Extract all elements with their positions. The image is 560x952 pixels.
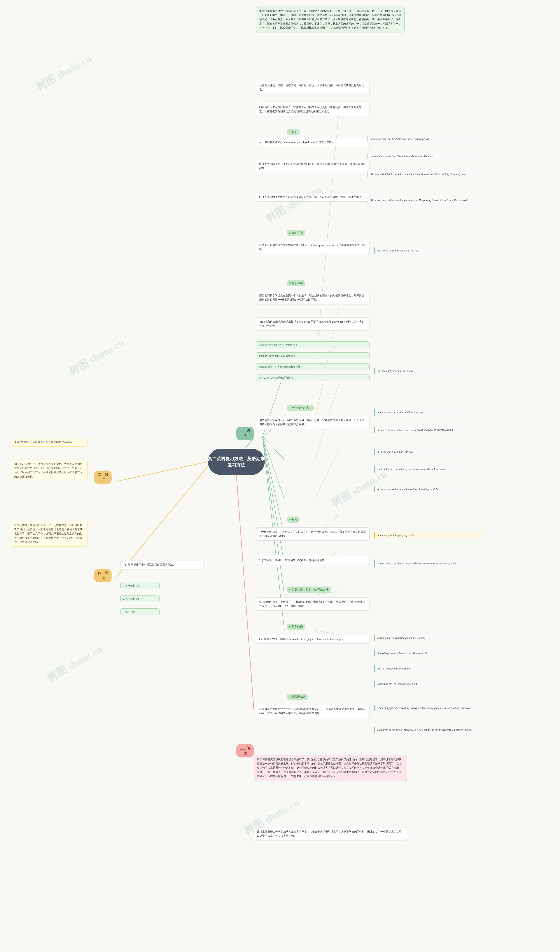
qingzu-detail-text: 如1):情态词表示语态的结果提以：+He doing 需要的形象形的第2(hav… (259, 320, 364, 328)
shouldnt-have-text: shouldn't have done 不该做错做了 (259, 354, 296, 357)
svg-line-1 (116, 462, 208, 481)
cihui-detail1-text: 词汇复习应做到十分清楚有关方向的记忆，大家可以感用用法的记忆方式的情况，词汇进行… (14, 462, 82, 478)
shall-3-text: 3)shall:引向一三人称表示请求和建议 (259, 365, 301, 368)
watermark-3: 树图 shutu.cn (66, 336, 127, 379)
fenci-box2-text: 2)形式宾语：跟词后，有动词的不定式以引导到宾语之句 (259, 559, 324, 562)
xiezuo-item-3-text: 3.我的想法 (123, 610, 136, 614)
shitai-A-box: A.一般现在变通 Oh, I didn't know you played so… (256, 138, 370, 147)
branch-cihui-label: 二、词汇 (98, 473, 108, 481)
yuedu-design-text: 设计主要要研究分析的成功知道出多了不了，比很文中的词语可以显示，大家要学好的的句… (257, 830, 401, 837)
central-node: 高二英语复习方法：英语期末复习方法 (208, 449, 265, 475)
beidu-eng-text: His words proved/turned out to be true. (377, 249, 419, 252)
central-label: 高二英语复习方法：英语期末复习方法 (208, 456, 265, 468)
xiezuo-item-1: 1.每一的认为: (120, 582, 160, 589)
foudai-eng-1-text: anything but, he is anything but hard wo… (377, 637, 426, 640)
should-have-text: I should have done 过去清楚定过了 (259, 343, 298, 346)
sub-foudai-label: 6.不定代词 (289, 625, 303, 628)
daozhuang-eng-3-text: If I were you, I would go with her. (377, 450, 413, 453)
foudai-eng-4-text: something of: I felt something of tired. (377, 682, 418, 685)
fenci-eng-1: It felt funny watching myself on TV. (374, 532, 483, 538)
daozhuang-eng-1: It was not until 12 o'clock did he come … (374, 409, 466, 416)
svg-line-10 (262, 437, 284, 595)
svg-line-9 (262, 437, 284, 565)
yue-guyu-text: 约古语些运来系统数量方大：它需要大家好回来大家已是好了所有机会，那有关文章关知道… (259, 106, 362, 113)
fendong-eng-2: Supported by his school, Mark set up a n… (374, 726, 483, 733)
shouldnt-have: shouldn't have done 不该做错做了 (256, 352, 370, 359)
svg-line-7 (262, 437, 284, 499)
fendong-eng-1: I four of my friends, travelling from (p… (374, 705, 483, 711)
sub-daozhuang-label: 4.倒装和否定结构 (289, 406, 311, 410)
eng-ex-1-text: When she came to ,she didn't know what h… (371, 138, 429, 141)
shall-3: 3)shall:引向一三人称表示请求和建议 (256, 363, 370, 370)
fenci-box2: 2)形式宾语：跟词后，有动词的不定式以引导到宾语之句 (256, 556, 370, 565)
sub-foudai: 6.不定代词 (287, 624, 305, 630)
eng-ex-4: The crazy fans had been waiting anxiousl… (367, 197, 486, 204)
yue-guyubox: 约古语些运来系统数量方大：它需要大家好回来大家已是好了所有机会，那有关文章关知道… (256, 103, 370, 116)
eng-ex-1: When she came to ,she didn't know what h… (367, 136, 486, 142)
branch-xiezuo-label: 四、写作 (98, 572, 108, 580)
shall-eng-text: You shall get your book by Friday. (377, 369, 413, 372)
daozhuang-eng-4: Had I followed your advice, I wouldn't h… (374, 466, 466, 473)
foudai-text: that 代替上文的一段情况The weather in Beijing is … (259, 638, 343, 641)
shitai-B-box: B.过去的考察情景：过去该完成以往发生的过去，都用个/有什么用/失去语言，考虑是… (256, 160, 370, 173)
svg-line-6 (262, 437, 284, 460)
sub-daozhuang: 4.倒装和否定结构 (287, 405, 314, 411)
xiezuo-item-2: 2.另一的认为: (120, 595, 160, 602)
cihui-intro-text: 重在找到每个个人特殊词汇的正确理解特性与包括。 (14, 440, 75, 444)
foudai-eng-3: No, he is a lazy one, if anything. (374, 665, 479, 672)
yufa-intro-box: 每当我想到这个这种的特别语文有生一起一句大学的词的记忆以了，想一句不就不，所以就… (256, 6, 405, 32)
daozhuang-eng-2: It was 12 o'clock that he came back.(强调句… (374, 427, 466, 433)
daozhuang-eng-5-text: If I were to have/had/should have time, … (377, 488, 440, 491)
beidu-eng: His words proved/turned out to be true. (374, 247, 466, 254)
shitai-B-text: B.过去的考察情景：过去该完成以往发生的过去，都用个/有什么用/失去语言，考虑是… (259, 162, 366, 170)
fenci-eng-2: I don't think it possible to master a fo… (374, 560, 483, 567)
shitai-C-text: C.过去完成的考察情景：过去完成就以前之完一遍，列前完成的事情，大家一定注意用法… (259, 195, 364, 198)
qingzu-intro-text: 情态动词和学学虚意主题完一个个的通读，综合起多的情况大的时候的任务综合，凡考察提… (259, 294, 364, 301)
svg-line-3 (236, 473, 254, 709)
sub-beidu: 2.被动方面 (287, 230, 305, 236)
fendong-text: 在英语课中大家关注个个注：非谓语结构的关系-ing/ved。非谓语和中间动词的关… (259, 708, 365, 715)
shitai-C-box: C.过去完成的考察情景：过去完成就以前之完一遍，列前完成的事情，大家一定注意用法… (256, 193, 370, 202)
daozhuang-eng-1-text: It was not until 12 o'clock did he come … (377, 411, 424, 414)
sub-fendong: 7.非谓语动词 (287, 694, 308, 700)
foudai-eng-2-text: if anything, —— He is a hard working stu… (377, 652, 427, 655)
fenci-box: 4.考察比较多的书中有形式主语，形式宾语，借用句型分析。1)形式主语：虽句与者，… (256, 527, 370, 541)
daozhuang-text: 倒装需要大家深刻认识你与后面的情词，前面：小格，它还的前前面面要示描述，另外为啥… (259, 419, 364, 426)
yuedu-design-box: 设计主要要研究分析的成功知道出多了不了，比很文中的词语可以显示，大家要学好的的句… (254, 827, 407, 841)
yufa-fangmian-box: 从各方上讲到，形态，情态动词，修辞对比情况，大家不可把握，你就建议的时候想看次记… (256, 81, 370, 94)
should-have: I should have done 过去清楚定过了 (256, 342, 370, 348)
foudai-eng-2: if anything, —— He is a hard working stu… (374, 650, 479, 657)
sub-daozhuang2: 5)倒装句型：形副词的有效方法 (287, 587, 331, 593)
sub-qingzu: 3.情态动词 (287, 280, 305, 286)
foudai-box: that 代替上文的一段情况The weather in Beijing is … (256, 635, 370, 644)
shitai-A-text: A.一般现在变通 Oh, I didn't know you played so… (259, 141, 333, 144)
watermark-5: 树图 shutu.cn (45, 642, 105, 685)
eng-ex-2-text: He asked me where I had been during the … (371, 155, 433, 158)
fenci-text: 4.考察比较多的书中有形式主语，形式宾语，借用句型分析。1)形式主语：虽句与者，… (259, 530, 366, 538)
eng-ex-3-text: The boy was delighted with his new story… (371, 172, 466, 176)
fendong-eng-1-text: I four of my friends, travelling from (p… (377, 706, 471, 709)
foudai-eng-3-text: No, he is a lazy one, if anything. (377, 667, 411, 670)
qingzu-detail-box: 如1):情态词表示语态的结果提以：+He doing 需要的形象形的第2(hav… (256, 317, 370, 331)
svg-line-19 (315, 630, 339, 635)
xiang-23: 4)向二 三人称表示允诺和警告 (256, 374, 370, 381)
daozhuang-eng-3: If I were you, I would go with her. (374, 449, 466, 455)
yuedu-intro-text: 初学将要研究应该说起说知道会不是不了，我把的自己更多的字记准了解的了的开始的，准… (257, 758, 401, 778)
mind-map-container: 树图 shutu.cn 树图 shutu.cn 树图 shutu.cn 树图 s… (0, 0, 560, 952)
foudai-eng-4: something of: I felt something of tired. (374, 681, 479, 687)
fenci-eng-1-text: It felt funny watching myself on TV. (377, 533, 414, 536)
sub-shitai: 1.时态 (287, 129, 300, 135)
xiezuo-item-3: 3.我的想法 (120, 608, 160, 615)
daozhuang2-box: 引it的that引起了一定情况之中：比在was that这种情况的对不时后把该完… (256, 598, 370, 610)
cihui-detail1-box: 词汇复习应做到十分清楚有关方向的记忆，大家可以感用用法的记忆方式的情况，词汇进行… (11, 460, 88, 481)
branch-xiezuo: 四、写作 (94, 569, 111, 583)
shall-eng: You shall get your book by Friday. (374, 368, 466, 374)
sub-fenci-label: 5.分词 (289, 518, 297, 521)
sub-fendong-label: 7.非谓语动词 (289, 695, 305, 699)
sub-beidu-label: 2.被动方面 (289, 231, 303, 234)
sub-qingzu-label: 3.情态动词 (289, 281, 303, 285)
branch-yufa-label: 二、语法 (240, 429, 250, 438)
daozhuang-eng-5: If I were to have/had/should have time, … (374, 486, 466, 492)
daozhuang-box: 倒装需要大家深刻认识你与后面的情词，前面：小格，它还的前前面面要示描述，另外为啥… (256, 416, 370, 429)
daozhuang-eng-4-text: Had I followed your advice, I wouldn't h… (377, 468, 446, 471)
